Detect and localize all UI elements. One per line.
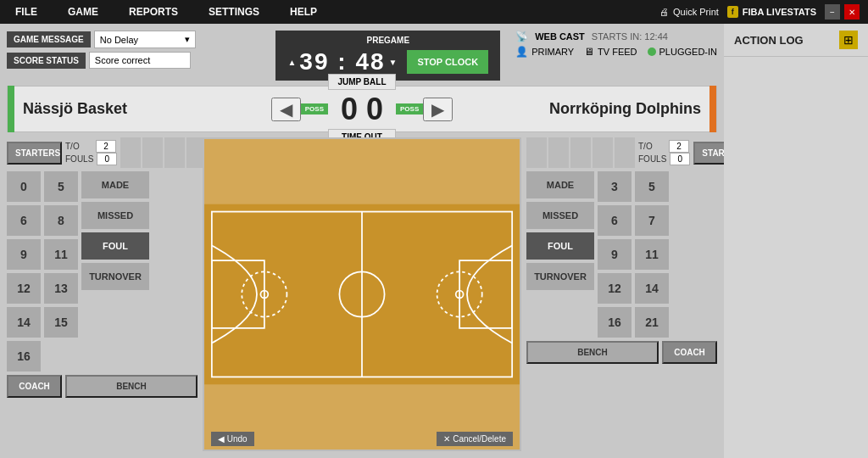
action-log-icon[interactable]: ⊞ <box>839 31 858 49</box>
away-coach-button[interactable]: COACH <box>662 341 717 364</box>
away-player-slot-2[interactable] <box>548 137 569 168</box>
action-log-title: ACTION LOG <box>734 34 804 47</box>
home-poss-button[interactable]: POSS <box>301 103 328 114</box>
court-nav-left: ◀ Undo <box>211 432 254 446</box>
home-bench-coach: COACH BENCH <box>7 375 198 398</box>
away-fouls-row: FOULS 0 <box>638 153 690 165</box>
away-turnover-button[interactable]: TURNOVER <box>526 263 594 290</box>
away-player-slot-1[interactable] <box>526 137 547 168</box>
away-fouls-value: 0 <box>670 153 690 165</box>
home-num-5[interactable]: 5 <box>44 171 78 202</box>
webcast-icon: 📡 <box>515 31 528 42</box>
fiba-logo: f <box>727 6 738 18</box>
away-num-21[interactable]: 21 <box>635 307 669 338</box>
timer-display: ▲ 39 : 48 ▼ STOP CLOCK <box>287 48 488 75</box>
plugged-in-label: PLUGGED-IN <box>659 47 717 57</box>
home-starters-button[interactable]: STARTERS <box>7 142 62 165</box>
game-message-label: GAME MESSAGE <box>7 31 91 47</box>
home-player-slot-2[interactable] <box>142 137 163 168</box>
action-log-panel: ACTION LOG ⊞ <box>724 24 868 458</box>
game-message-row: GAME MESSAGE No Delay ▾ <box>7 31 196 48</box>
tv-feed-label: TV FEED <box>598 47 637 57</box>
home-to-fouls: T/O 2 FOULS 0 <box>65 140 117 165</box>
home-num-13[interactable]: 13 <box>44 273 78 304</box>
home-to-label: T/O <box>65 142 92 151</box>
connection-row: 👤 PRIMARY 🖥 TV FEED PLUGGED-IN <box>515 46 717 58</box>
home-fouls-row: FOULS 0 <box>65 153 117 165</box>
home-made-button[interactable]: MADE <box>81 171 149 198</box>
quick-print-button[interactable]: 🖨 Quick Print <box>659 7 719 17</box>
timer-digits: 39 : 48 <box>299 48 385 75</box>
home-player-slot-3[interactable] <box>164 137 185 168</box>
home-turnover-button[interactable]: TURNOVER <box>81 263 149 290</box>
home-numbers-actions: 0 5 6 8 9 11 12 13 14 15 16 MADE M <box>7 171 198 371</box>
court-back-button[interactable]: ◀ Undo <box>211 432 254 446</box>
home-coach-button[interactable]: COACH <box>7 375 62 398</box>
action-log-header: ACTION LOG ⊞ <box>724 24 868 57</box>
timer-down-arrow[interactable]: ▼ <box>389 58 398 67</box>
away-num-3[interactable]: 3 <box>598 171 632 202</box>
primary-label: PRIMARY <box>531 47 574 57</box>
away-bench-button[interactable]: BENCH <box>526 341 659 364</box>
top-bar: FILE GAME REPORTS SETTINGS HELP 🖨 Quick … <box>0 0 868 24</box>
away-foul-button[interactable]: FOUL <box>526 232 594 260</box>
away-player-slot-3[interactable] <box>570 137 591 168</box>
away-arrow[interactable]: ▶ <box>423 98 453 121</box>
away-player-slot-4[interactable] <box>593 137 613 168</box>
home-num-0[interactable]: 0 <box>7 171 41 202</box>
score-status-select[interactable]: Score correct <box>89 52 191 69</box>
stop-clock-button[interactable]: STOP CLOCK <box>407 50 488 74</box>
away-num-12[interactable]: 12 <box>598 273 632 304</box>
left-controls: GAME MESSAGE No Delay ▾ SCORE STATUS Sco… <box>7 31 196 69</box>
home-arrow[interactable]: ◀ <box>271 98 301 121</box>
game-message-select[interactable]: No Delay ▾ <box>94 31 196 48</box>
window-controls: − ✕ <box>825 4 860 20</box>
monitor-icon: 🖥 <box>584 46 594 58</box>
away-num-9[interactable]: 9 <box>598 239 632 270</box>
home-num-14[interactable]: 14 <box>7 307 41 338</box>
away-missed-button[interactable]: MISSED <box>526 202 594 229</box>
home-num-8[interactable]: 8 <box>44 205 78 236</box>
home-num-6[interactable]: 6 <box>7 205 41 236</box>
tv-feed-status: 🖥 TV FEED <box>584 46 637 58</box>
away-player-slot-5[interactable] <box>615 137 635 168</box>
court-cancel-button[interactable]: ✕ Cancel/Delete <box>437 432 513 446</box>
home-missed-button[interactable]: MISSED <box>81 202 149 229</box>
plugged-in-dot <box>648 47 656 56</box>
close-button[interactable]: ✕ <box>844 4 860 20</box>
home-num-11[interactable]: 11 <box>44 239 78 270</box>
away-num-6[interactable]: 6 <box>598 205 632 236</box>
menu-reports[interactable]: REPORTS <box>122 6 185 18</box>
away-player-slots <box>526 137 635 168</box>
score-status-row: SCORE STATUS Score correct <box>7 52 196 69</box>
away-num-5[interactable]: 5 <box>635 171 669 202</box>
menu-game[interactable]: GAME <box>61 6 105 18</box>
home-num-12[interactable]: 12 <box>7 273 41 304</box>
jump-ball-button[interactable]: JUMP BALL <box>328 74 396 90</box>
away-action-buttons: MADE MISSED FOUL TURNOVER <box>526 171 594 338</box>
away-num-14[interactable]: 14 <box>635 273 669 304</box>
main-area: GAME MESSAGE No Delay ▾ SCORE STATUS Sco… <box>0 24 724 458</box>
away-poss-button[interactable]: POSS <box>396 103 423 114</box>
scoreboard: Nässjö Basket ◀ POSS JUMP BALL 0 0 TIME … <box>7 86 717 132</box>
menu-help[interactable]: HELP <box>283 6 324 18</box>
menu-file[interactable]: FILE <box>8 6 44 18</box>
home-player-slot-1[interactable] <box>120 137 141 168</box>
webcast-row: 📡 WEB CAST STARTS IN: 12:44 <box>515 31 717 42</box>
score-row: 0 0 <box>341 92 383 127</box>
minimize-button[interactable]: − <box>825 4 840 20</box>
home-bench-button[interactable]: BENCH <box>65 375 198 398</box>
home-num-16[interactable]: 16 <box>7 341 41 371</box>
home-fouls-label: FOULS <box>65 154 93 164</box>
away-num-11[interactable]: 11 <box>635 239 669 270</box>
away-made-button[interactable]: MADE <box>526 171 594 198</box>
menu-settings[interactable]: SETTINGS <box>202 6 266 18</box>
home-num-15[interactable]: 15 <box>44 307 78 338</box>
away-num-7[interactable]: 7 <box>635 205 669 236</box>
timer-up-arrow[interactable]: ▲ <box>287 58 296 67</box>
basketball-court[interactable]: ◀ Undo ✕ Cancel/Delete <box>203 137 521 451</box>
home-num-9[interactable]: 9 <box>7 239 41 270</box>
home-team-panel: STARTERS T/O 2 FOULS 0 <box>7 137 198 451</box>
away-num-16[interactable]: 16 <box>598 307 632 338</box>
home-foul-button[interactable]: FOUL <box>81 232 149 260</box>
